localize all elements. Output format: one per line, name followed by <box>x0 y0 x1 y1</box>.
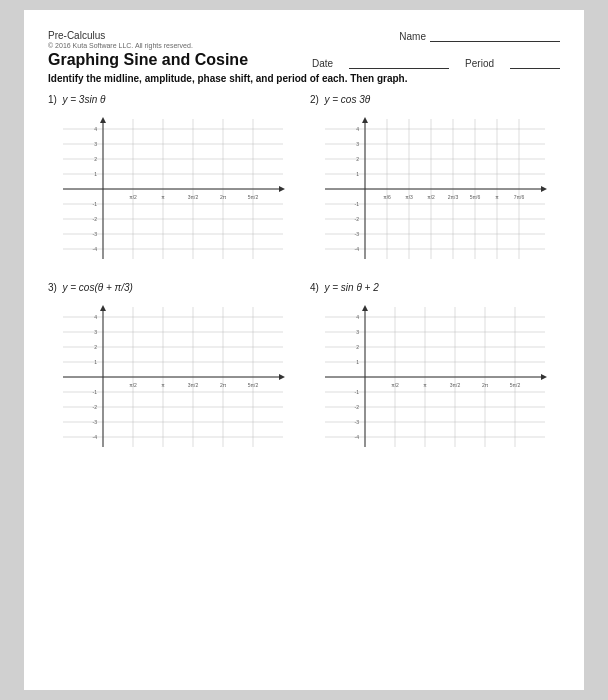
svg-text:2π/3: 2π/3 <box>448 194 459 200</box>
svg-text:5π/2: 5π/2 <box>248 382 259 388</box>
svg-marker-17 <box>100 117 106 123</box>
date-period-area: Date Period <box>312 57 560 69</box>
svg-text:2: 2 <box>94 156 97 162</box>
svg-text:1: 1 <box>94 359 97 365</box>
svg-text:1: 1 <box>356 359 359 365</box>
svg-marker-86 <box>279 374 285 380</box>
graph-svg-3: 4 3 2 1 -1 -2 -3 -4 π/2 π 3π/2 2π 5π/2 <box>48 297 298 452</box>
svg-marker-51 <box>362 117 368 123</box>
period-label: Period <box>465 58 494 69</box>
main-title: Graphing Sine and Cosine <box>48 51 248 69</box>
subject-block: Pre-Calculus © 2016 Kuta Software LLC. A… <box>48 30 193 49</box>
svg-text:2π: 2π <box>220 382 227 388</box>
svg-text:-2: -2 <box>93 216 98 222</box>
svg-text:-2: -2 <box>93 404 98 410</box>
svg-text:3π/2: 3π/2 <box>450 382 461 388</box>
copyright-label: © 2016 Kuta Software LLC. All rights res… <box>48 42 193 49</box>
svg-text:5π/2: 5π/2 <box>510 382 521 388</box>
problem-4-label: 4) y = sin θ + 2 <box>310 282 560 293</box>
problem-2-graph: 4 3 2 1 -1 -2 -3 -4 π/6 π/3 π/2 2π/3 5π/… <box>310 109 560 264</box>
problems-grid: 1) y = 3sin θ <box>48 94 560 452</box>
svg-text:3: 3 <box>94 329 97 335</box>
problem-1-equation: y = 3sin θ <box>62 94 105 105</box>
svg-text:7π/6: 7π/6 <box>514 194 525 200</box>
svg-marker-118 <box>541 374 547 380</box>
problem-3-label: 3) y = cos(θ + π/3) <box>48 282 298 293</box>
problem-1-graph: 4 3 2 1 -1 -2 -3 -4 π/2 π 3π/2 2π 5π/2 <box>48 109 298 264</box>
svg-text:π/3: π/3 <box>405 194 413 200</box>
graph-svg-4: 4 3 2 1 -1 -2 -3 -4 π/2 π 3π/2 2π 5π/2 <box>310 297 560 452</box>
svg-marker-117 <box>362 305 368 311</box>
svg-text:3π/2: 3π/2 <box>188 382 199 388</box>
svg-text:4: 4 <box>94 314 97 320</box>
svg-text:2π: 2π <box>220 194 227 200</box>
problem-4-equation: y = sin θ + 2 <box>324 282 378 293</box>
problem-4-number: 4) <box>310 282 322 293</box>
svg-text:3: 3 <box>356 329 359 335</box>
problem-4: 4) y = sin θ + 2 <box>310 282 560 452</box>
svg-text:-1: -1 <box>93 389 98 395</box>
name-line <box>430 30 560 42</box>
svg-marker-85 <box>100 305 106 311</box>
svg-marker-18 <box>279 186 285 192</box>
svg-text:-4: -4 <box>355 434 360 440</box>
date-label: Date <box>312 58 333 69</box>
problem-2-equation: y = cos 3θ <box>324 94 370 105</box>
problem-1-number: 1) <box>48 94 60 105</box>
worksheet-page: Pre-Calculus © 2016 Kuta Software LLC. A… <box>24 10 584 690</box>
problem-2: 2) y = cos 3θ <box>310 94 560 264</box>
svg-text:-4: -4 <box>93 434 98 440</box>
problem-3-number: 3) <box>48 282 60 293</box>
problem-1: 1) y = 3sin θ <box>48 94 298 264</box>
svg-text:π/2: π/2 <box>391 382 399 388</box>
svg-text:-3: -3 <box>93 419 98 425</box>
svg-text:-1: -1 <box>355 201 360 207</box>
problem-3: 3) y = cos(θ + π/3) <box>48 282 298 452</box>
svg-text:-3: -3 <box>355 419 360 425</box>
svg-text:π: π <box>161 382 165 388</box>
svg-text:π: π <box>161 194 165 200</box>
svg-text:2π: 2π <box>482 382 489 388</box>
svg-text:2: 2 <box>94 344 97 350</box>
svg-text:4: 4 <box>94 126 97 132</box>
svg-text:π: π <box>495 194 499 200</box>
problem-1-label: 1) y = 3sin θ <box>48 94 298 105</box>
svg-text:4: 4 <box>356 126 359 132</box>
svg-text:3: 3 <box>356 141 359 147</box>
problem-3-graph: 4 3 2 1 -1 -2 -3 -4 π/2 π 3π/2 2π 5π/2 <box>48 297 298 452</box>
svg-text:-3: -3 <box>355 231 360 237</box>
date-line <box>349 57 449 69</box>
problem-4-graph: 4 3 2 1 -1 -2 -3 -4 π/2 π 3π/2 2π 5π/2 <box>310 297 560 452</box>
svg-text:1: 1 <box>356 171 359 177</box>
svg-text:π/6: π/6 <box>383 194 391 200</box>
problem-2-label: 2) y = cos 3θ <box>310 94 560 105</box>
svg-text:5π/2: 5π/2 <box>248 194 259 200</box>
problem-2-number: 2) <box>310 94 322 105</box>
svg-text:-4: -4 <box>355 246 360 252</box>
svg-text:π/2: π/2 <box>427 194 435 200</box>
svg-text:2: 2 <box>356 156 359 162</box>
svg-text:π: π <box>423 382 427 388</box>
svg-text:-3: -3 <box>93 231 98 237</box>
problem-3-equation: y = cos(θ + π/3) <box>62 282 132 293</box>
svg-text:2: 2 <box>356 344 359 350</box>
period-line <box>510 57 560 69</box>
svg-text:-1: -1 <box>93 201 98 207</box>
svg-text:-1: -1 <box>355 389 360 395</box>
svg-text:-2: -2 <box>355 216 360 222</box>
name-area: Name <box>399 30 560 42</box>
instructions: Identify the midline, amplitude, phase s… <box>48 73 560 84</box>
svg-text:-4: -4 <box>93 246 98 252</box>
graph-svg-2: 4 3 2 1 -1 -2 -3 -4 π/6 π/3 π/2 2π/3 5π/… <box>310 109 560 264</box>
svg-text:-2: -2 <box>355 404 360 410</box>
header-top: Pre-Calculus © 2016 Kuta Software LLC. A… <box>48 30 560 49</box>
svg-text:π/2: π/2 <box>129 194 137 200</box>
graph-svg-1: 4 3 2 1 -1 -2 -3 -4 π/2 π 3π/2 2π 5π/2 <box>48 109 298 264</box>
svg-marker-52 <box>541 186 547 192</box>
name-label: Name <box>399 31 426 42</box>
svg-text:5π/6: 5π/6 <box>470 194 481 200</box>
svg-text:4: 4 <box>356 314 359 320</box>
svg-text:3π/2: 3π/2 <box>188 194 199 200</box>
title-row: Graphing Sine and Cosine Date Period <box>48 51 560 69</box>
svg-text:π/2: π/2 <box>129 382 137 388</box>
